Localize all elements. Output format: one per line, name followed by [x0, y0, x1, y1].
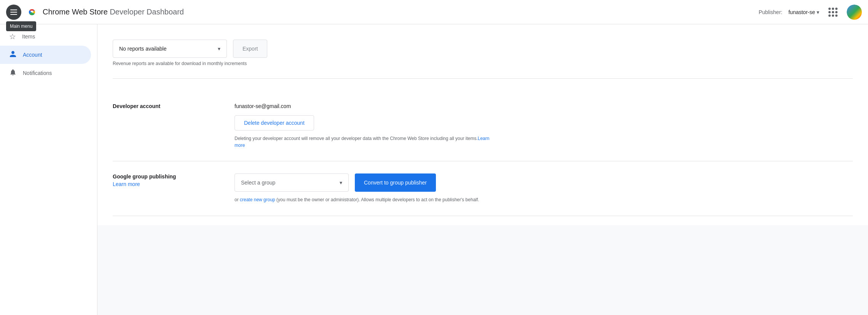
reports-dropdown[interactable]: No reports available ▾	[113, 40, 227, 58]
main-content: No reports available ▾ Export Revenue re…	[97, 24, 868, 315]
developer-account-label-area: Developer account	[113, 103, 219, 149]
avatar[interactable]	[847, 5, 862, 20]
app-title: Chrome Web Store Developer Dashboard	[43, 8, 184, 16]
hamburger-button[interactable]: Main menu	[6, 5, 21, 20]
developer-account-heading: Developer account	[113, 103, 219, 109]
publisher-selector[interactable]: funastor-se ▾	[788, 9, 819, 15]
sidebar-item-items[interactable]: ☆ Items	[0, 27, 91, 46]
sidebar-item-label-account: Account	[23, 52, 42, 58]
group-select-arrow: ▾	[340, 180, 342, 186]
sidebar-item-label-notifications: Notifications	[23, 70, 52, 76]
reports-section: No reports available ▾ Export Revenue re…	[113, 33, 853, 79]
group-publishing-learn-more-link[interactable]: Learn more	[113, 181, 140, 187]
account-icon	[9, 50, 17, 60]
developer-email: funastor-se@gmail.com	[235, 103, 853, 109]
chrome-logo	[26, 6, 38, 18]
reports-hint: Revenue reports are available for downlo…	[113, 61, 853, 66]
group-hint-prefix: or	[235, 197, 240, 202]
notifications-icon	[9, 68, 17, 78]
group-publishing-heading: Google group publishing	[113, 173, 219, 180]
sidebar-item-label-items: Items	[22, 33, 35, 40]
developer-account-section: Developer account funastor-se@gmail.com …	[113, 91, 853, 161]
developer-account-content: funastor-se@gmail.com Delete developer a…	[235, 103, 853, 149]
delete-account-hint: Deleting your developer account will rem…	[235, 135, 493, 149]
apps-grid-button[interactable]	[825, 5, 841, 20]
group-select-placeholder: Select a group	[241, 180, 275, 186]
group-hint-suffix: (you must be the owner or administrator)…	[275, 197, 479, 202]
export-button[interactable]: Export	[233, 40, 267, 58]
group-publishing-content: Select a group ▾ Convert to group publis…	[235, 173, 853, 204]
group-publishing-label-area: Google group publishing Learn more	[113, 173, 219, 204]
content-area: No reports available ▾ Export Revenue re…	[97, 24, 868, 225]
reports-dropdown-value: No reports available	[119, 46, 167, 52]
publisher-label: Publisher:	[759, 9, 782, 15]
create-new-group-link[interactable]: create new group	[240, 197, 275, 202]
group-publishing-section: Google group publishing Learn more Selec…	[113, 161, 853, 216]
items-icon: ☆	[9, 32, 16, 41]
delete-developer-account-button[interactable]: Delete developer account	[235, 115, 314, 130]
sidebar-item-notifications[interactable]: Notifications	[0, 64, 91, 82]
group-publishing-controls: Select a group ▾ Convert to group publis…	[235, 173, 853, 192]
publisher-dropdown-arrow: ▾	[817, 9, 819, 15]
group-select-dropdown[interactable]: Select a group ▾	[235, 173, 349, 192]
app-header: Main menu Chrome Web Store Developer Das…	[0, 0, 868, 24]
sidebar-item-account[interactable]: Account	[0, 46, 91, 64]
delete-hint-text: Deleting your developer account will rem…	[235, 136, 478, 141]
reports-dropdown-arrow: ▾	[218, 46, 220, 52]
group-publishing-hint: or create new group (you must be the own…	[235, 196, 501, 204]
publisher-name: funastor-se	[788, 9, 815, 15]
grid-icon	[828, 8, 838, 17]
sidebar: ☆ Items Account Notifications	[0, 24, 97, 315]
convert-to-group-publisher-button[interactable]: Convert to group publisher	[355, 173, 436, 192]
